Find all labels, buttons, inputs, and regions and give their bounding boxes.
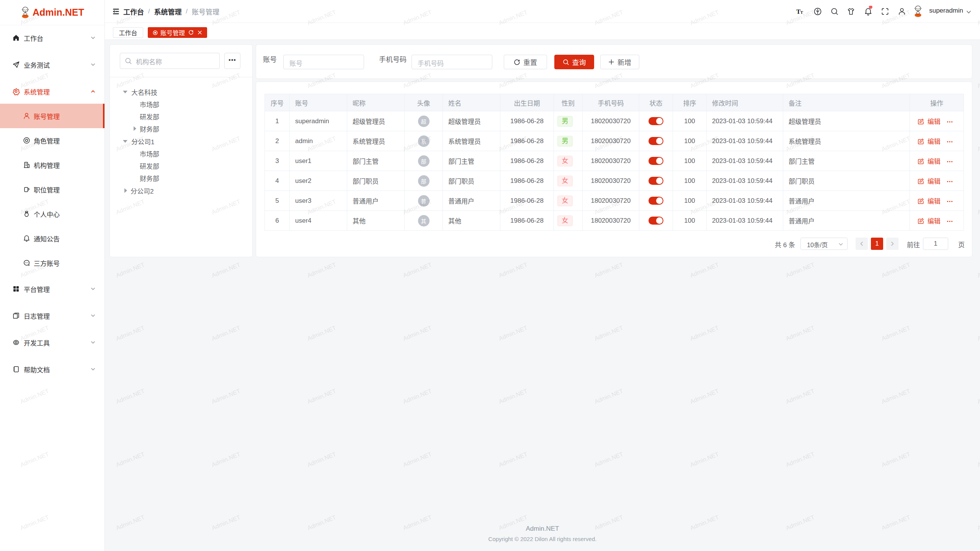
svg-text:T: T <box>800 10 804 15</box>
